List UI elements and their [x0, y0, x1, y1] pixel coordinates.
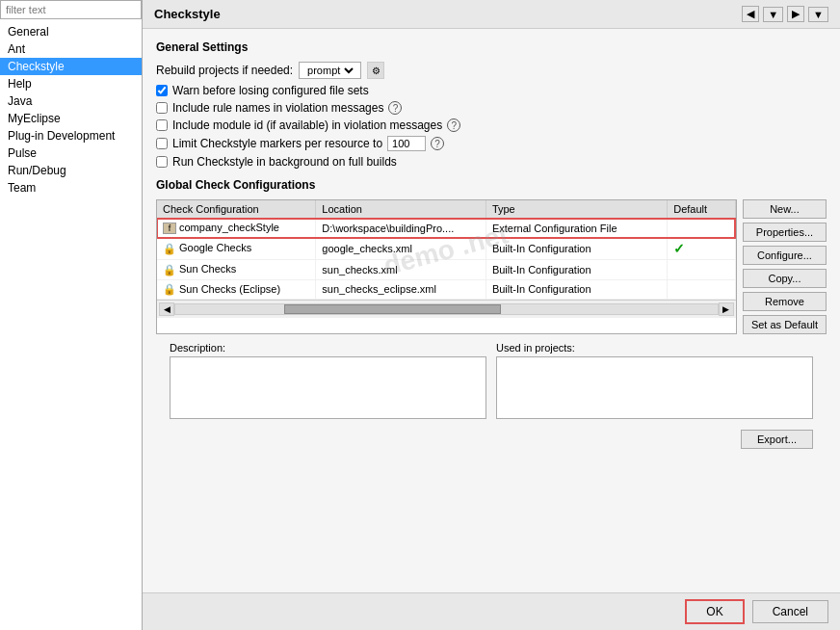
include-module-id-row: Include module id (if available) in viol… [156, 118, 827, 132]
description-textarea[interactable] [170, 356, 486, 419]
background-label: Run Checkstyle in background on full bui… [172, 155, 397, 169]
used-in-projects-label: Used in projects: [496, 342, 813, 354]
config-icon[interactable]: ⚙ [367, 62, 384, 79]
table-relative: Check Configuration Location Type Defaul… [157, 200, 736, 300]
table-row[interactable]: 🔒Google Checks google_checks.xml Built-I… [157, 238, 735, 260]
row1-name: fcompany_checkStyle [157, 219, 316, 238]
row1-type: External Configuration File [486, 219, 667, 238]
filter-input[interactable] [0, 0, 142, 19]
warn-checkbox[interactable] [156, 85, 168, 96]
table-row[interactable]: 🔒Sun Checks sun_checks.xml Built-In Conf… [157, 260, 735, 280]
table-row[interactable]: fcompany_checkStyle D:\workspace\buildin… [157, 219, 735, 238]
warn-label: Warn before losing configured file sets [172, 84, 369, 97]
sidebar-item-java[interactable]: Java [0, 92, 142, 110]
limit-checkbox[interactable] [156, 138, 168, 149]
description-label: Description: [170, 342, 486, 354]
dropdown-button[interactable]: ▼ [763, 7, 783, 22]
warn-checkbox-row: Warn before losing configured file sets [156, 84, 827, 97]
row3-location: sun_checks.xml [316, 260, 486, 280]
sidebar-item-rundebug[interactable]: Run/Debug [0, 162, 142, 179]
table-header-row: Check Configuration Location Type Defaul… [157, 200, 735, 219]
col-check-configuration: Check Configuration [157, 200, 316, 219]
sidebar-item-plugin[interactable]: Plug-in Development [0, 127, 142, 144]
scroll-track[interactable] [174, 303, 719, 315]
rebuild-label: Rebuild projects if needed: [156, 64, 293, 77]
cancel-button[interactable]: Cancel [752, 600, 828, 623]
used-in-projects-content [496, 356, 813, 419]
include-module-id-label: Include module id (if available) in viol… [172, 118, 442, 132]
scroll-left[interactable]: ◀ [159, 302, 174, 316]
global-check-section: Global Check Configurations Check Config… [156, 178, 827, 334]
rebuild-select-wrapper: prompt always never [299, 62, 361, 79]
row2-default: ✓ [668, 238, 736, 260]
properties-button[interactable]: Properties... [743, 223, 827, 242]
row2-type: Built-In Configuration [486, 238, 667, 260]
include-rule-names-checkbox[interactable] [156, 102, 168, 114]
rebuild-row: Rebuild projects if needed: prompt alway… [156, 62, 827, 79]
main-content: Checkstyle ◀ ▼ ▶ ▼ General Settings Rebu… [143, 0, 840, 630]
help-icon-module-id: ? [447, 118, 460, 132]
forward-button[interactable]: ▶ [787, 6, 804, 22]
scroll-area: ◀ ▶ [157, 300, 736, 318]
help-icon-rule-names: ? [388, 101, 402, 115]
lock-icon: 🔒 [163, 264, 176, 276]
back-button[interactable]: ◀ [742, 6, 759, 22]
remove-button[interactable]: Remove [743, 292, 827, 311]
lock-icon: 🔒 [163, 283, 176, 296]
settings-panel: General Settings Rebuild projects if nee… [143, 29, 840, 592]
set-as-default-button[interactable]: Set as Default [743, 315, 827, 334]
row1-location: D:\workspace\buildingPro.... [316, 219, 486, 238]
row3-name: 🔒Sun Checks [157, 260, 316, 280]
default-check-icon: ✓ [673, 241, 685, 256]
background-checkbox[interactable] [156, 156, 168, 168]
row4-name: 🔒Sun Checks (Eclipse) [157, 279, 316, 300]
sidebar-item-ant[interactable]: Ant [0, 40, 142, 58]
description-box: Description: [170, 342, 486, 422]
table-container: Check Configuration Location Type Defaul… [156, 199, 827, 334]
background-row: Run Checkstyle in background on full bui… [156, 155, 827, 169]
config-table: Check Configuration Location Type Defaul… [157, 200, 736, 300]
limit-value-input[interactable] [387, 136, 426, 151]
table-row[interactable]: 🔒Sun Checks (Eclipse) sun_checks_eclipse… [157, 279, 735, 300]
sidebar-item-checkstyle[interactable]: Checkstyle [0, 58, 142, 75]
sidebar-item-general[interactable]: General [0, 23, 142, 40]
bottom-section: Description: Used in projects: [156, 334, 827, 426]
new-button[interactable]: New... [743, 199, 827, 219]
row1-default [668, 219, 736, 238]
sidebar-item-help[interactable]: Help [0, 75, 142, 92]
row4-type: Built-In Configuration [486, 279, 667, 300]
footer-bar: OK Cancel [143, 592, 840, 630]
row2-name: 🔒Google Checks [157, 238, 316, 260]
limit-label: Limit Checkstyle markers per resource to [172, 137, 382, 150]
col-type: Type [486, 200, 667, 219]
file-icon: f [163, 223, 176, 234]
sidebar-item-pulse[interactable]: Pulse [0, 144, 142, 162]
col-default: Default [668, 200, 736, 219]
col-location: Location [316, 200, 486, 219]
configure-button[interactable]: Configure... [743, 246, 827, 265]
row4-default [668, 279, 736, 300]
ok-button[interactable]: OK [685, 599, 744, 624]
general-settings-title: General Settings [156, 40, 827, 54]
include-rule-names-row: Include rule names in violation messages… [156, 101, 827, 115]
copy-button[interactable]: Copy... [743, 269, 827, 288]
table-wrapper: Check Configuration Location Type Defaul… [156, 199, 737, 334]
scroll-thumb [284, 304, 501, 314]
export-button[interactable]: Export... [741, 430, 813, 449]
sidebar: General Ant Checkstyle Help Java MyEclip… [0, 0, 143, 630]
title-bar: Checkstyle ◀ ▼ ▶ ▼ [143, 0, 840, 29]
limit-row: Limit Checkstyle markers per resource to… [156, 136, 827, 151]
sidebar-nav: General Ant Checkstyle Help Java MyEclip… [0, 19, 142, 630]
sidebar-item-myeclipse[interactable]: MyEclipse [0, 110, 142, 127]
lock-icon: 🔒 [163, 243, 176, 255]
row3-default [668, 260, 736, 280]
page-title: Checkstyle [154, 7, 221, 21]
scroll-right[interactable]: ▶ [719, 302, 734, 316]
include-module-id-checkbox[interactable] [156, 119, 168, 131]
sidebar-item-team[interactable]: Team [0, 179, 142, 197]
export-row: Export... [156, 426, 827, 453]
table-buttons: New... Properties... Configure... Copy..… [737, 199, 827, 334]
dropdown2-button[interactable]: ▼ [808, 7, 828, 22]
rebuild-select[interactable]: prompt always never [303, 64, 356, 77]
row4-location: sun_checks_eclipse.xml [316, 279, 486, 300]
